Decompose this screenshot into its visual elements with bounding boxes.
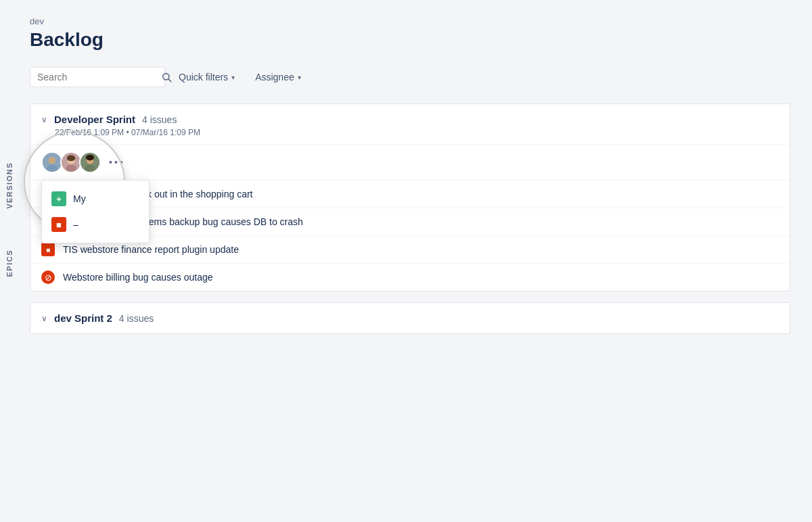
svg-point-12 — [86, 155, 94, 161]
assignee-button[interactable]: Assignee ▾ — [248, 68, 308, 87]
issue-icon-bug-3: ■ — [41, 243, 55, 256]
search-box[interactable] — [30, 67, 165, 87]
sprint2-issue-count: 4 issues — [119, 313, 154, 324]
sprint2-chevron[interactable]: ∨ — [41, 314, 47, 323]
popup-item-my[interactable]: + My — [42, 186, 149, 212]
svg-point-3 — [49, 157, 56, 164]
svg-point-11 — [85, 165, 95, 172]
search-icon — [161, 72, 172, 82]
avatar-2-img — [62, 151, 81, 173]
quick-filter-popup: + My ■ – — [41, 180, 150, 243]
epics-label[interactable]: EPICS — [5, 250, 14, 277]
main-content: dev Backlog Quick filters ▾ Assignee ▾ — [19, 0, 812, 522]
issue-text-3: TIS webstore finance report plugin updat… — [63, 244, 779, 255]
sprint1-issue-count: 4 issues — [142, 114, 177, 125]
sprint1-name: Developer Sprint — [54, 114, 135, 125]
avatar-3-img — [81, 151, 99, 173]
dash-icon: ■ — [51, 217, 66, 232]
sprint1-chevron[interactable]: ∨ — [41, 115, 47, 124]
sprint1-header: ∨ Developer Sprint 4 issues 22/Feb/16 1:… — [30, 104, 790, 145]
sprint1-section: ∨ Developer Sprint 4 issues 22/Feb/16 1:… — [30, 103, 790, 291]
sprint2-section: ∨ dev Sprint 2 4 issues — [30, 302, 790, 334]
issue-text-4: Webstore billing bug causes outage — [63, 272, 779, 283]
issue-row-4[interactable]: ⊘ Webstore billing bug causes outage — [30, 264, 790, 291]
svg-line-1 — [168, 79, 171, 82]
avatar-1-img — [43, 151, 62, 173]
avatar-3[interactable] — [79, 151, 101, 173]
side-labels: VERSIONS EPICS — [0, 0, 19, 522]
more-options-dots[interactable]: ••• — [109, 157, 125, 168]
quick-filters-chevron: ▾ — [231, 74, 235, 81]
issue-text-2: inance system - systems backup bug cause… — [63, 216, 779, 227]
issue-text-1: ustomers can't check out in the shopping… — [63, 189, 779, 199]
popup-item-dash[interactable]: ■ – — [42, 212, 149, 237]
page-title: Backlog — [30, 29, 790, 51]
issue-icon-block-4: ⊘ — [41, 270, 55, 284]
sprint2-header: ∨ dev Sprint 2 4 issues — [30, 303, 790, 333]
sprint2-name: dev Sprint 2 — [54, 312, 112, 324]
popup-item-dash-label: – — [73, 219, 78, 230]
search-input[interactable] — [37, 72, 156, 82]
sprint1-dates: 22/Feb/16 1:09 PM • 07/Mar/16 1:09 PM — [41, 128, 779, 137]
sprint1-avatars-row: ••• + My ■ – — [30, 145, 790, 181]
popup-item-my-label: My — [73, 193, 86, 204]
quick-filters-button[interactable]: Quick filters ▾ — [172, 68, 242, 87]
svg-point-7 — [66, 165, 76, 172]
versions-label[interactable]: VERSIONS — [5, 162, 14, 209]
svg-point-4 — [47, 165, 58, 172]
breadcrumb: dev — [30, 16, 790, 26]
toolbar: Quick filters ▾ Assignee ▾ — [30, 67, 790, 87]
my-icon: + — [51, 191, 66, 206]
assignee-chevron: ▾ — [298, 74, 301, 81]
svg-point-8 — [67, 156, 75, 162]
